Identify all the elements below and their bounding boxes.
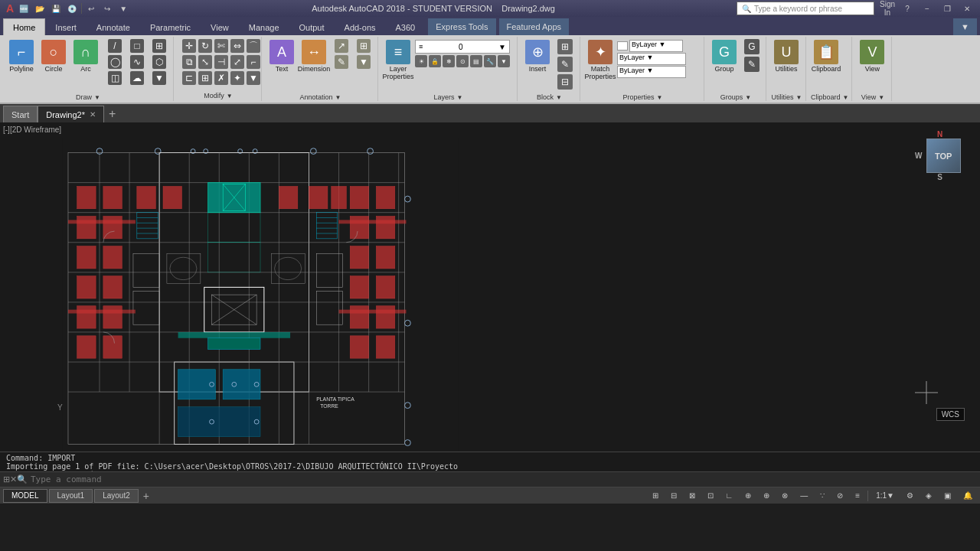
tab-express-tools[interactable]: Express Tools: [428, 18, 495, 35]
layer-icon6[interactable]: 🔧: [484, 55, 496, 67]
osnap-button[interactable]: ∟: [721, 489, 738, 503]
open-button[interactable]: 📂: [33, 2, 47, 15]
save-button[interactable]: 💾: [49, 2, 63, 15]
save-as-button[interactable]: 💿: [65, 2, 79, 15]
layer-icon4[interactable]: ⊙: [456, 55, 469, 67]
tab-addons[interactable]: Add-ons: [335, 18, 386, 35]
grid-button[interactable]: ⊟: [666, 489, 681, 503]
layer-more-icon[interactable]: ▼: [498, 55, 510, 67]
layer-icon5[interactable]: ▤: [470, 55, 482, 67]
text-button[interactable]: A Text: [266, 38, 297, 92]
drawing2-tab[interactable]: Drawing2* ✕: [38, 106, 104, 122]
group-button[interactable]: G Group: [709, 38, 740, 92]
draw-dropdown-button[interactable]: ▼: [149, 70, 170, 86]
tab-manage[interactable]: Manage: [239, 18, 289, 35]
undo-button[interactable]: ↩: [84, 2, 98, 15]
view-button[interactable]: V View: [857, 38, 887, 92]
clipboard-button[interactable]: 📋 Clipboard: [811, 38, 841, 92]
polyline-button[interactable]: ⌐ Polyline: [6, 38, 37, 92]
model-tab[interactable]: MODEL: [3, 489, 47, 503]
tab-insert[interactable]: Insert: [45, 18, 87, 35]
tab-home[interactable]: Home: [3, 18, 45, 35]
search-bar[interactable]: 🔍 Type a keyword or phrase: [737, 2, 874, 15]
modify-more-button[interactable]: ▼: [243, 70, 264, 86]
sign-in-button[interactable]: Sign In: [880, 2, 894, 15]
match-properties-button[interactable]: ✦ MatchProperties: [585, 38, 616, 92]
table-button[interactable]: ⊞: [353, 38, 374, 54]
properties-expand-icon[interactable]: ▼: [657, 94, 663, 101]
rectangle-button[interactable]: □: [126, 38, 148, 54]
new-tab-button[interactable]: +: [104, 106, 120, 122]
groups-expand-icon[interactable]: ▼: [745, 94, 751, 101]
redo-button[interactable]: ↪: [100, 2, 114, 15]
annotation-more-button[interactable]: ▼: [353, 54, 374, 70]
dynmode-button[interactable]: ⊗: [777, 489, 792, 503]
group-edit-button[interactable]: ✎: [741, 56, 763, 73]
circle-button[interactable]: ○ Circle: [38, 38, 69, 92]
clipboard-expand-icon[interactable]: ▼: [843, 94, 849, 101]
ortho-button[interactable]: ⊠: [684, 489, 700, 503]
workspace-button[interactable]: ⚙: [902, 489, 918, 503]
dimension-button[interactable]: ↔ Dimension: [299, 38, 329, 92]
ungroup-button[interactable]: G: [741, 38, 763, 55]
canvas-area[interactable]: [-][2D Wireframe]: [0, 122, 980, 452]
start-tab[interactable]: Start: [3, 106, 38, 122]
color-selector[interactable]: ByLayer ▼: [629, 40, 683, 52]
lineweight-button[interactable]: —: [795, 489, 812, 503]
tab-a360[interactable]: A360: [386, 18, 426, 35]
line-button[interactable]: /: [104, 38, 126, 54]
fillet-button[interactable]: ⌒: [243, 38, 264, 54]
layer-icon1[interactable]: ☀: [415, 55, 427, 67]
region-button[interactable]: ⬡: [149, 54, 170, 70]
insert-button[interactable]: ⊕ Insert: [522, 38, 553, 92]
qa-dropdown-button[interactable]: ▼: [116, 2, 130, 15]
viewcube-top[interactable]: TOP: [926, 139, 961, 173]
block-editor-button[interactable]: ✎: [554, 56, 576, 73]
lineweight-selector[interactable]: ByLayer ▼: [617, 66, 686, 78]
wipeout-button[interactable]: ◫: [104, 70, 126, 86]
command-input[interactable]: [31, 474, 977, 484]
arc-button[interactable]: ∩ Arc: [70, 38, 101, 92]
polar-button[interactable]: ⊡: [703, 489, 718, 503]
utilities-button[interactable]: U Utilities: [771, 38, 802, 92]
define-attribute-button[interactable]: ⊟: [554, 73, 576, 90]
layers-expand-icon[interactable]: ▼: [457, 94, 463, 101]
help-button[interactable]: ?: [900, 2, 914, 15]
layer-icon3[interactable]: ❄: [443, 55, 455, 67]
qprops-button[interactable]: ⊘: [832, 489, 848, 503]
create-block-button[interactable]: ⊞: [554, 38, 576, 55]
ducs-button[interactable]: ⊕: [759, 489, 774, 503]
mark-up-button[interactable]: ✎: [331, 54, 352, 70]
hatch-button[interactable]: ⊞: [149, 38, 170, 54]
layout1-tab[interactable]: Layout1: [49, 489, 93, 503]
layer-selector[interactable]: ≡ 0 ▼: [415, 40, 510, 54]
tab-view[interactable]: View: [201, 18, 239, 35]
tab-extras-dropdown[interactable]: ▼: [953, 18, 977, 35]
annotation-expand-icon[interactable]: ▼: [335, 94, 341, 101]
wcs-badge[interactable]: WCS: [936, 408, 965, 421]
tab-annotate[interactable]: Annotate: [87, 18, 140, 35]
add-layout-button[interactable]: +: [140, 490, 152, 502]
utilities-expand-icon[interactable]: ▼: [796, 94, 802, 101]
layer-icon2[interactable]: 🔒: [429, 55, 441, 67]
leader-button[interactable]: ↗: [331, 38, 352, 54]
layout2-tab[interactable]: Layout2: [94, 489, 139, 503]
hardware-button[interactable]: ▣: [939, 489, 956, 503]
linetype-selector[interactable]: ByLayer ▼: [617, 53, 686, 65]
selfilter-button[interactable]: ≡: [851, 489, 864, 503]
close-button[interactable]: ✕: [960, 2, 974, 15]
modify-expand-icon[interactable]: ▼: [227, 93, 233, 99]
isodraft-button[interactable]: ◈: [921, 489, 936, 503]
view-expand-icon[interactable]: ▼: [878, 94, 884, 101]
chamfer-button[interactable]: ⌐: [243, 54, 264, 70]
viewcube[interactable]: N W TOP S: [915, 130, 965, 191]
minimize-button[interactable]: −: [920, 2, 934, 15]
tab-output[interactable]: Output: [289, 18, 335, 35]
restore-button[interactable]: ❐: [940, 2, 954, 15]
drawing2-tab-close[interactable]: ✕: [90, 110, 96, 119]
new-button[interactable]: 🆕: [17, 2, 31, 15]
annotation-scale-button[interactable]: 1:1 ▼: [871, 489, 899, 503]
spline-button[interactable]: ∿: [126, 54, 148, 70]
notifications-button[interactable]: 🔔: [959, 489, 977, 503]
snap-button[interactable]: ⊞: [648, 489, 663, 503]
